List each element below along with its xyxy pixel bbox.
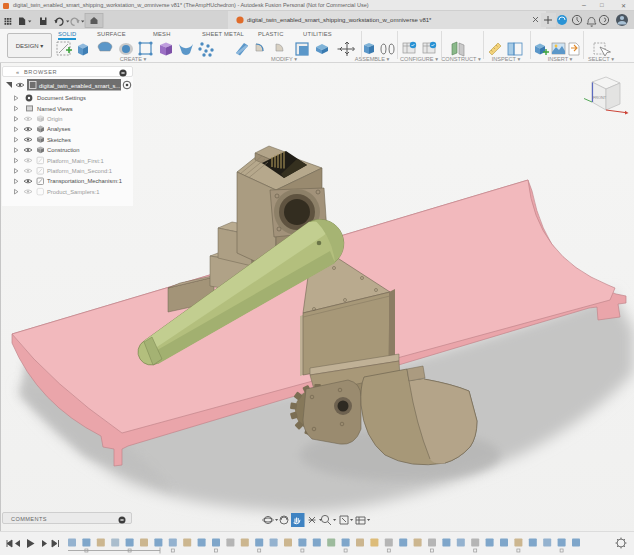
svg-text:Sketches: Sketches [47,137,71,143]
svg-text:Platform_Main_Second:1: Platform_Main_Second:1 [47,168,112,174]
svg-text:Platform_Main_First:1: Platform_Main_First:1 [47,158,104,164]
svg-text:Named Views: Named Views [37,106,73,112]
svg-text:digital_twin_enabled_smart_s..: digital_twin_enabled_smart_s... [39,83,121,89]
svg-text:Transportation_Mechanism:1: Transportation_Mechanism:1 [47,178,122,184]
svg-text:Analyses: Analyses [47,126,71,132]
svg-text:Product_Samplers:1: Product_Samplers:1 [47,189,100,195]
svg-text:Document Settings: Document Settings [37,95,86,101]
svg-text:Construction: Construction [47,147,80,153]
svg-text:FRONT: FRONT [593,96,607,100]
svg-text:Origin: Origin [47,116,62,122]
